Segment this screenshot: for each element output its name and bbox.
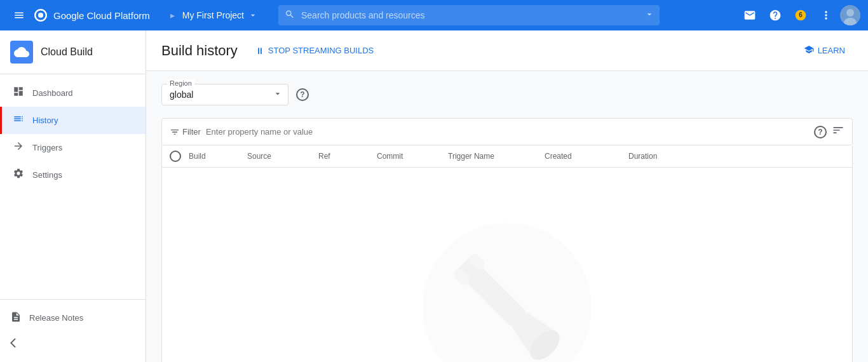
sidebar-item-dashboard[interactable]: Dashboard — [0, 79, 146, 107]
svg-point-4 — [846, 9, 854, 17]
history-label: History — [32, 116, 58, 125]
filter-bar: Filter ? — [161, 118, 853, 145]
help-button[interactable] — [764, 4, 787, 27]
service-header: Cloud Build — [0, 30, 146, 74]
triggers-icon — [12, 140, 25, 155]
empty-state — [161, 168, 853, 362]
stop-streaming-button[interactable]: ⏸ STOP STREAMING BUILDS — [248, 42, 381, 60]
release-notes-icon — [10, 311, 22, 325]
collapse-icon — [10, 337, 22, 351]
dashboard-label: Dashboard — [32, 88, 73, 98]
search-expand-icon[interactable] — [644, 10, 654, 22]
page-title: Build history — [161, 43, 238, 59]
learn-button[interactable]: LEARN — [796, 41, 853, 60]
columns-toggle-icon[interactable] — [832, 124, 844, 140]
dashboard-icon — [12, 86, 25, 100]
region-select[interactable]: global us-central1 us-east1 europe-west1… — [170, 90, 268, 100]
col-header-build: Build — [189, 152, 240, 161]
sidebar: Cloud Build Dashboard History — [0, 30, 146, 362]
table-header: Build Source Ref Commit Trigger Name Cre… — [161, 145, 853, 168]
filter-input[interactable] — [206, 127, 809, 137]
col-header-duration: Duration — [628, 152, 692, 161]
col-header-created: Created — [545, 152, 621, 161]
svg-point-0 — [38, 13, 43, 18]
empty-wrench-icon — [418, 218, 596, 362]
google-cloud-logo[interactable]: Google Cloud Platform — [33, 8, 150, 23]
search-icon — [285, 10, 295, 22]
sidebar-item-triggers[interactable]: Triggers — [0, 134, 146, 161]
content-body: Region global us-central1 us-east1 europ… — [146, 71, 868, 362]
alert-badge[interactable]: 6 — [789, 4, 812, 27]
release-notes-label: Release Notes — [29, 313, 83, 323]
sidebar-footer: Release Notes — [0, 299, 146, 362]
col-header-commit: Commit — [377, 152, 440, 161]
col-header-trigger-name: Trigger Name — [448, 152, 537, 161]
service-logo — [10, 41, 33, 64]
sidebar-navigation: Dashboard History Triggers — [0, 74, 146, 299]
filter-label: Filter — [182, 127, 201, 137]
project-selector[interactable]: ▸ My First Project — [160, 8, 263, 23]
search-input[interactable] — [278, 5, 660, 25]
region-label: Region — [167, 79, 194, 87]
settings-label: Settings — [32, 170, 62, 180]
sidebar-item-settings[interactable]: Settings — [0, 161, 146, 189]
svg-text:6: 6 — [799, 11, 803, 18]
filter-help-icon[interactable]: ? — [814, 126, 827, 138]
settings-icon — [12, 168, 25, 182]
sidebar-item-release-notes[interactable]: Release Notes — [0, 305, 146, 331]
learn-label: LEARN — [818, 46, 845, 55]
filter-icon-label: Filter — [170, 127, 201, 137]
sidebar-item-history[interactable]: History — [0, 107, 146, 134]
platform-name: Google Cloud Platform — [53, 10, 150, 21]
user-avatar[interactable] — [840, 5, 860, 25]
main-content: Build history ⏸ STOP STREAMING BUILDS LE… — [146, 30, 868, 362]
nav-actions: 6 — [738, 4, 860, 27]
search-bar — [278, 5, 660, 25]
filter-actions: ? — [814, 124, 844, 140]
triggers-label: Triggers — [32, 143, 62, 152]
dropdown-arrow-icon — [273, 89, 283, 101]
stop-streaming-label: STOP STREAMING BUILDS — [268, 46, 374, 55]
notifications-button[interactable] — [738, 4, 761, 27]
app-layout: Cloud Build Dashboard History — [0, 30, 868, 362]
sidebar-item-collapse[interactable] — [0, 331, 146, 357]
top-navigation: Google Cloud Platform ▸ My First Project — [0, 0, 868, 30]
project-name: My First Project — [182, 10, 244, 20]
pause-icon: ⏸ — [255, 46, 264, 56]
more-options-button[interactable] — [815, 4, 837, 27]
region-section: Region global us-central1 us-east1 europ… — [161, 84, 853, 105]
history-icon — [12, 113, 25, 128]
service-name: Cloud Build — [41, 46, 93, 58]
region-help-icon[interactable]: ? — [296, 88, 309, 101]
hamburger-menu[interactable] — [8, 4, 31, 27]
col-header-ref: Ref — [318, 152, 369, 161]
content-header: Build history ⏸ STOP STREAMING BUILDS LE… — [146, 30, 868, 71]
select-all-checkbox[interactable] — [170, 151, 181, 162]
graduation-icon — [804, 44, 814, 57]
col-header-source: Source — [247, 152, 311, 161]
region-select-wrapper: Region global us-central1 us-east1 europ… — [161, 84, 288, 105]
